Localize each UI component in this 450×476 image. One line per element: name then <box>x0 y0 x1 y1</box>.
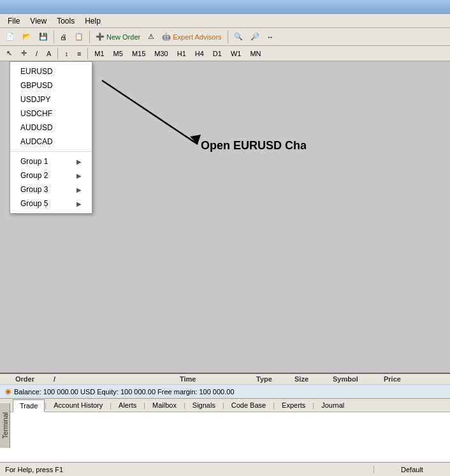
tf-m5[interactable]: M5 <box>110 47 127 60</box>
alert-button[interactable]: ⚠ <box>145 30 157 44</box>
copy-icon: 📋 <box>75 33 83 41</box>
new-order-icon: ➕ <box>96 33 105 41</box>
save-icon: 💾 <box>39 33 48 41</box>
tab-account-history[interactable]: Account History <box>47 399 110 412</box>
menu-tools[interactable]: Tools <box>52 15 80 27</box>
col-type: Type <box>256 375 294 383</box>
panel-tab-bar: Trade | Account History | Alerts | Mailb… <box>0 398 450 412</box>
scroll-icon: ↔ <box>267 33 274 41</box>
tb2-cursor[interactable]: ↖ <box>3 47 16 60</box>
tab-journal[interactable]: Journal <box>314 399 351 412</box>
tf-m1[interactable]: M1 <box>91 47 108 60</box>
tab-alerts[interactable]: Alerts <box>112 399 143 412</box>
toolbar-new-chart[interactable]: 📄 <box>3 30 18 44</box>
terminal-label: Terminal <box>1 412 9 439</box>
balance-indicator: ◉ <box>5 387 11 396</box>
annotation-arrow: Open EURUSD Chart <box>83 68 306 195</box>
tab-trade[interactable]: Trade <box>13 399 45 412</box>
tf-mn[interactable]: MN <box>246 47 265 60</box>
col-time: Time <box>180 375 256 383</box>
symbol-usdjpy[interactable]: USDJPY <box>10 93 92 107</box>
ea-icon: 🤖 <box>162 33 171 41</box>
toolbar-print[interactable]: 🖨 <box>57 30 70 44</box>
group3-chevron: ▶ <box>76 186 82 193</box>
col-slash: / <box>54 375 180 383</box>
tb2-arrows[interactable]: ↕ <box>61 47 72 60</box>
toolbar-open[interactable]: 📂 <box>19 30 34 44</box>
group5-chevron: ▶ <box>76 200 82 207</box>
toolbar: 📄 📂 💾 🖨 📋 ➕ New Order ⚠ 🤖 Expert Advisor… <box>0 28 450 46</box>
tb2-crosshair[interactable]: ✛ <box>17 47 31 60</box>
symbol-eurusd[interactable]: EURUSD <box>10 64 92 78</box>
new-order-button[interactable]: ➕ New Order <box>92 30 143 44</box>
tf-d1[interactable]: D1 <box>209 47 226 60</box>
zoom-out-icon: 🔎 <box>250 33 259 41</box>
group5[interactable]: Group 5 ▶ <box>10 197 92 211</box>
tb2-text[interactable]: A <box>43 47 55 60</box>
chart-zoom-out[interactable]: 🔎 <box>247 30 263 44</box>
menu-help[interactable]: Help <box>80 15 106 27</box>
tf-h1[interactable]: H1 <box>173 47 190 60</box>
tb2-sep1 <box>57 48 58 59</box>
symbol-dropdown[interactable]: EURUSD GBPUSD USDJPY USDCHF AUDUSD AUDCA… <box>10 61 92 214</box>
group1[interactable]: Group 1 ▶ <box>10 154 92 168</box>
panel-column-headers: Order / Time Type Size Symbol Price <box>0 374 450 385</box>
tf-m15[interactable]: M15 <box>128 47 149 60</box>
svg-line-0 <box>102 80 198 144</box>
bottom-panel: Terminal Order / Time Type Size Symbol P… <box>0 373 450 462</box>
symbol-audcad[interactable]: AUDCAD <box>10 135 92 149</box>
symbol-usdchf[interactable]: USDCHF <box>10 107 92 121</box>
group3[interactable]: Group 3 ▶ <box>10 182 92 197</box>
group5-label: Group 5 <box>20 199 48 208</box>
chart-zoom-in[interactable]: 🔍 <box>231 30 246 44</box>
group2[interactable]: Group 2 ▶ <box>10 168 92 182</box>
sep3 <box>228 31 228 43</box>
tf-h4[interactable]: H4 <box>191 47 208 60</box>
app: File View Tools Help 📄 📂 💾 🖨 📋 ➕ New Ord… <box>0 0 450 476</box>
symbol-audusd[interactable]: AUDUSD <box>10 121 92 135</box>
svg-marker-1 <box>190 135 201 144</box>
tab-codebase[interactable]: Code Base <box>224 399 273 412</box>
terminal-tab[interactable]: Terminal <box>0 403 10 448</box>
chart-scroll[interactable]: ↔ <box>264 30 277 44</box>
tb2-periods[interactable]: ≡ <box>73 47 85 60</box>
dropdown-sep <box>10 151 92 152</box>
print-icon: 🖨 <box>60 33 67 41</box>
col-price: Price <box>384 375 435 383</box>
sep1 <box>54 31 54 43</box>
tab-signals[interactable]: Signals <box>185 399 222 412</box>
menu-file[interactable]: File <box>3 15 25 27</box>
status-default: Default <box>374 466 450 473</box>
menu-bar: File View Tools Help <box>0 14 450 28</box>
tf-m30[interactable]: M30 <box>150 47 171 60</box>
new-chart-icon: 📄 <box>6 33 15 41</box>
tb2-line[interactable]: / <box>32 47 41 60</box>
symbol-gbpusd[interactable]: GBPUSD <box>10 78 92 93</box>
new-order-label: New Order <box>106 33 140 41</box>
toolbar-save[interactable]: 💾 <box>36 30 51 44</box>
col-order: Order <box>15 375 54 383</box>
tab-experts[interactable]: Experts <box>275 399 312 412</box>
toolbar2: ↖ ✛ / A ↕ ≡ M1 M5 M15 M30 H1 H4 D1 W1 MN <box>0 46 450 61</box>
tf-w1[interactable]: W1 <box>227 47 245 60</box>
group2-label: Group 2 <box>20 171 48 180</box>
group1-label: Group 1 <box>20 157 48 166</box>
balance-text: Balance: 100 000.00 USD Equity: 100 000.… <box>14 388 235 396</box>
alert-icon: ⚠ <box>148 33 154 41</box>
tab-mailbox[interactable]: Mailbox <box>145 399 184 412</box>
expert-advisors-button[interactable]: 🤖 Expert Advisors <box>159 30 224 44</box>
sep2 <box>89 31 90 43</box>
title-bar <box>0 0 450 14</box>
tb2-sep2 <box>87 48 88 59</box>
open-icon: 📂 <box>22 33 31 41</box>
content-area: EURUSD GBPUSD USDJPY USDCHF AUDUSD AUDCA… <box>0 61 450 462</box>
col-symbol: Symbol <box>333 375 384 383</box>
toolbar-copy[interactable]: 📋 <box>71 30 87 44</box>
status-help-text: For Help, press F1 <box>0 466 374 473</box>
zoom-in-icon: 🔍 <box>234 33 243 41</box>
menu-view[interactable]: View <box>25 15 52 27</box>
balance-row: ◉ Balance: 100 000.00 USD Equity: 100 00… <box>0 385 450 398</box>
ea-label: Expert Advisors <box>173 33 221 41</box>
svg-text:Open EURUSD Chart: Open EURUSD Chart <box>201 139 306 152</box>
group2-chevron: ▶ <box>76 172 82 179</box>
